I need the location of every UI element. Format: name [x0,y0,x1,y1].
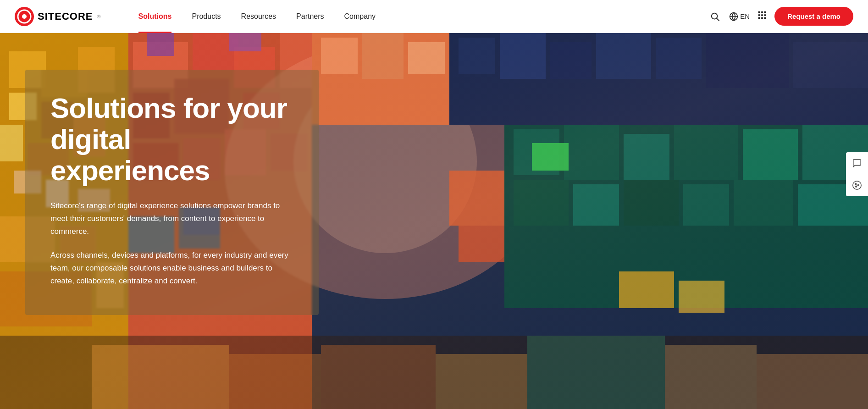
svg-rect-7 [758,11,760,13]
chat-icon [852,158,862,168]
main-navigation: Solutions Products Resources Partners Co… [128,0,708,33]
apps-grid-button[interactable] [757,10,767,22]
logo-link[interactable]: SITECORE ® [15,7,101,26]
side-panel [846,152,868,196]
svg-line-4 [717,18,719,21]
cookie-icon [852,180,862,190]
hero-title: Solutions for your digital experiences [50,93,293,187]
globe-icon [729,12,738,21]
svg-point-94 [857,184,859,186]
sitecore-logo-icon [15,7,34,26]
cookie-button[interactable] [846,174,868,196]
brand-registered: ® [97,14,100,19]
svg-point-93 [855,183,857,184]
nav-item-solutions[interactable]: Solutions [128,0,182,33]
language-selector[interactable]: EN [729,12,750,21]
grid-icon [757,10,767,20]
svg-rect-13 [758,17,760,19]
svg-rect-12 [764,14,766,16]
svg-point-95 [856,186,857,187]
svg-rect-9 [764,11,766,13]
svg-point-92 [853,181,861,189]
chat-button[interactable] [846,152,868,174]
search-icon [710,11,720,22]
svg-rect-14 [761,17,763,19]
search-button[interactable] [708,10,722,23]
nav-item-resources[interactable]: Resources [231,0,286,33]
svg-rect-15 [764,17,766,19]
svg-rect-10 [758,14,760,16]
nav-item-products[interactable]: Products [182,0,231,33]
navbar-right: EN Request a demo [708,7,853,26]
svg-rect-8 [761,11,763,13]
nav-item-partners[interactable]: Partners [286,0,334,33]
svg-point-2 [22,14,27,19]
hero-description-2: Across channels, devices and platforms, … [50,249,293,287]
hero-description-1: Sitecore's range of digital experience s… [50,199,293,238]
nav-item-company[interactable]: Company [334,0,386,33]
brand-name: SITECORE [38,11,93,22]
svg-rect-11 [761,14,763,16]
language-label: EN [740,12,750,20]
hero-content-box: Solutions for your digital experiences S… [25,70,319,315]
hero-section: Solutions for your digital experiences S… [0,33,868,409]
navbar: SITECORE ® Solutions Products Resources … [0,0,868,33]
request-demo-button[interactable]: Request a demo [774,7,853,26]
